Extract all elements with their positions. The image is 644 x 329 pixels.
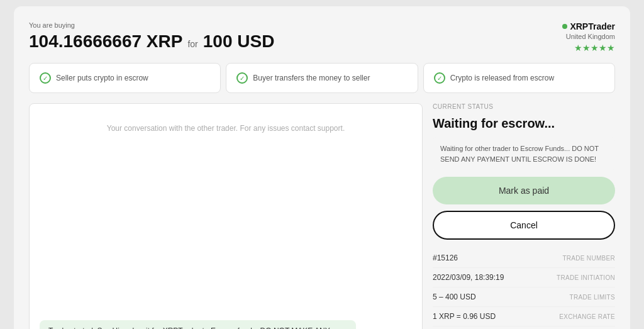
trade-limits-value: 5 – 400 USD: [433, 293, 476, 301]
chat-message: Trade started. Say Hi and wait for XRPTr…: [40, 320, 356, 329]
trade-limits-row: 5 – 400 USD TRADE LIMITS: [433, 287, 615, 307]
step-1-check: ✓: [40, 72, 51, 84]
payment-method-row: P PAYMENT METHOD: [433, 326, 615, 329]
step-2-label: Buyer transfers the money to seller: [253, 74, 370, 82]
exchange-rate-label: EXCHANGE RATE: [559, 313, 615, 320]
trade-initiation-label: TRADE INITIATION: [557, 274, 615, 281]
step-3-label: Crypto is released from escrow: [450, 74, 554, 82]
step-2: ✓ Buyer transfers the money to seller: [226, 63, 418, 93]
status-warning: Waiting for other trader to Escrow Funds…: [433, 137, 615, 170]
step-1-label: Seller puts crypto in escrow: [56, 74, 148, 82]
chat-message-wrapper: Trade started. Say Hi and wait for XRPTr…: [40, 320, 412, 329]
trade-number-value: #15126: [433, 254, 458, 262]
for-text: for: [187, 39, 197, 49]
buying-info: You are buying 104.16666667 XRP for 100 …: [29, 21, 274, 52]
main-container: You are buying 104.16666667 XRP for 100 …: [14, 6, 630, 329]
buying-amount: 104.16666667 XRP for 100 USD: [29, 31, 274, 52]
trader-name: XRPTrader: [562, 21, 615, 31]
trader-stars: ★★★★★: [562, 43, 615, 53]
chat-panel: Your conversation with the other trader.…: [29, 103, 423, 329]
exchange-rate-value: 1 XRP = 0.96 USD: [433, 312, 496, 321]
mark-paid-button[interactable]: Mark as paid: [433, 177, 615, 204]
crypto-amount: 104.16666667 XRP: [29, 31, 182, 52]
top-bar: You are buying 104.16666667 XRP for 100 …: [29, 21, 615, 53]
online-indicator: [562, 24, 567, 29]
step-2-check: ✓: [236, 72, 248, 84]
chat-message-area: Your conversation with the other trader.…: [30, 104, 422, 329]
trade-limits-label: TRADE LIMITS: [570, 294, 616, 301]
right-panel: CURRENT STATUS Waiting for escrow... Wai…: [433, 103, 615, 329]
fiat-amount: 100 USD: [203, 31, 275, 52]
trade-details: #15126 TRADE NUMBER 2022/03/09, 18:39:19…: [433, 248, 615, 329]
trade-initiation-row: 2022/03/09, 18:39:19 TRADE INITIATION: [433, 268, 615, 287]
main-content: Your conversation with the other trader.…: [29, 103, 615, 329]
trader-country: United Kingdom: [562, 33, 615, 40]
trade-number-row: #15126 TRADE NUMBER: [433, 248, 615, 268]
exchange-rate-row: 1 XRP = 0.96 USD EXCHANGE RATE: [433, 307, 615, 326]
chat-placeholder: Your conversation with the other trader.…: [40, 124, 412, 133]
step-3: ✓ Crypto is released from escrow: [423, 63, 615, 93]
steps-row: ✓ Seller puts crypto in escrow ✓ Buyer t…: [29, 63, 615, 93]
step-1: ✓ Seller puts crypto in escrow: [29, 63, 221, 93]
trader-info: XRPTrader United Kingdom ★★★★★: [562, 21, 615, 53]
status-title: Waiting for escrow...: [433, 116, 615, 131]
buying-label: You are buying: [29, 21, 274, 29]
trade-number-label: TRADE NUMBER: [562, 255, 615, 262]
cancel-button[interactable]: Cancel: [433, 211, 615, 240]
current-status-label: CURRENT STATUS: [433, 103, 615, 110]
trade-initiation-value: 2022/03/09, 18:39:19: [433, 273, 504, 282]
step-3-check: ✓: [434, 72, 445, 84]
